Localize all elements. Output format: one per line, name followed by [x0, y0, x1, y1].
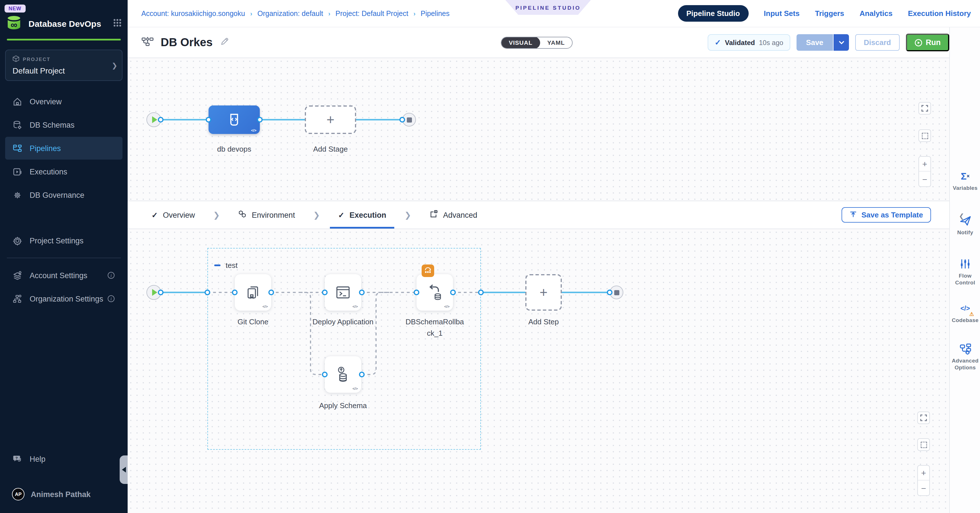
connector-dot[interactable]	[322, 372, 328, 378]
fullscreen-button[interactable]	[918, 102, 931, 115]
tab-execution[interactable]: ✓ Execution	[330, 201, 394, 229]
database-devops-logo-icon: ∞	[5, 13, 23, 34]
validated-status-badge: ✓ Validated 10s ago	[708, 34, 790, 51]
sidebar-collapse-handle[interactable]	[120, 456, 127, 484]
run-button[interactable]: Run	[906, 33, 950, 51]
step-label: Apply Schema	[312, 400, 374, 411]
save-dropdown-button[interactable]	[834, 34, 849, 51]
sidebar-item-db-governance[interactable]: DB Governance	[5, 183, 123, 206]
tool-flow-control[interactable]: Flow Control	[950, 258, 980, 286]
app-grid-icon[interactable]	[113, 18, 122, 29]
project-selector-card[interactable]: PROJECT Default Project ❯	[5, 49, 123, 81]
connector-dot[interactable]	[450, 290, 456, 295]
fullscreen-button[interactable]	[917, 411, 930, 424]
breadcrumb-project[interactable]: Project: Default Project	[336, 10, 409, 18]
user-profile[interactable]: AP Animesh Pathak	[5, 483, 123, 506]
tab-environment[interactable]: Environment	[230, 201, 303, 229]
connector-dot[interactable]	[158, 117, 164, 123]
step-node-git-clone[interactable]: </>	[235, 274, 271, 311]
connector-dot[interactable]	[607, 290, 612, 295]
info-icon[interactable]: i	[108, 295, 115, 302]
tool-variables[interactable]: Σ× Variables	[950, 170, 980, 191]
discard-button[interactable]: Discard	[855, 34, 899, 51]
zoom-out-button[interactable]: −	[918, 481, 929, 495]
breadcrumb-separator-icon: ›	[250, 10, 252, 17]
sidebar-item-project-settings[interactable]: Project Settings	[5, 229, 123, 252]
pipeline-title: DB Orkes	[161, 36, 213, 49]
breadcrumb-pipelines[interactable]: Pipelines	[421, 10, 450, 18]
breadcrumb-organization[interactable]: Organization: default	[257, 10, 323, 18]
sidebar-item-executions[interactable]: Executions	[5, 160, 123, 183]
connector-dot[interactable]	[322, 290, 328, 295]
multi-select-button[interactable]	[918, 129, 931, 142]
visual-yaml-toggle[interactable]: VISUAL YAML	[501, 37, 573, 48]
save-as-template-button[interactable]: Save as Template	[842, 207, 931, 223]
save-button[interactable]: Save	[796, 34, 834, 51]
connector-dot[interactable]	[232, 290, 238, 295]
warning-icon: ⚠	[969, 311, 974, 317]
zoom-out-button[interactable]: −	[919, 172, 931, 186]
check-icon: ✓	[715, 38, 721, 47]
toggle-visual[interactable]: VISUAL	[501, 37, 540, 48]
connector-dot[interactable]	[399, 117, 405, 123]
tool-advanced-options[interactable]: Advanced Options	[950, 343, 980, 371]
connector-dot[interactable]	[359, 290, 365, 295]
connector-dot[interactable]	[205, 290, 210, 295]
connector-dot[interactable]	[206, 117, 212, 123]
custom-stage-icon	[226, 112, 242, 128]
breadcrumb-separator-icon: ›	[328, 10, 330, 17]
sidebar-item-account-settings[interactable]: Account Settings i	[5, 264, 123, 287]
rollback-database-icon	[425, 283, 444, 302]
breadcrumb-account[interactable]: Account: kurosakiichigo.songoku	[141, 10, 245, 18]
step-node-apply-schema[interactable]: </>	[325, 356, 361, 393]
tool-codebase[interactable]: </>⚠ Codebase	[950, 302, 980, 324]
tab-input-sets[interactable]: Input Sets	[764, 9, 800, 18]
info-icon[interactable]: i	[108, 272, 115, 279]
stage-node-db-devops[interactable]: </>	[208, 105, 260, 134]
sidebar-item-pipelines[interactable]: Pipelines	[5, 137, 123, 159]
code-badge-icon: </>	[251, 128, 256, 132]
collapse-minus-icon[interactable]	[214, 264, 221, 266]
multi-select-button[interactable]	[917, 438, 930, 451]
cube-icon	[13, 54, 19, 64]
tab-advanced[interactable]: Advanced	[422, 201, 485, 229]
add-stage-node[interactable]: +	[305, 105, 356, 134]
tab-analytics[interactable]: Analytics	[859, 9, 892, 18]
toggle-yaml[interactable]: YAML	[540, 37, 572, 48]
breadcrumb-separator-icon: ›	[414, 10, 415, 17]
connector-dot[interactable]	[257, 117, 262, 123]
edit-pencil-icon[interactable]	[221, 37, 229, 48]
code-badge-icon: </>	[444, 304, 450, 308]
check-icon: ✓	[151, 210, 158, 219]
sidebar: NEW ∞ Database DevOps	[0, 0, 127, 513]
save-split-button: Save	[796, 34, 849, 51]
connector-dot[interactable]	[268, 290, 274, 295]
tab-overview[interactable]: ✓ Overview	[143, 201, 203, 229]
tool-notify[interactable]: Notify	[950, 214, 980, 236]
sidebar-item-overview[interactable]: Overview	[5, 90, 123, 113]
step-node-deploy-application[interactable]: </>	[325, 274, 361, 311]
connector-dot[interactable]	[414, 290, 419, 295]
sidebar-item-db-schemas[interactable]: DB Schemas	[5, 113, 123, 136]
layers-gear-icon	[12, 270, 22, 280]
step-node-dbschemarollback[interactable]: </>	[417, 274, 453, 311]
stage-canvas[interactable]: </> db devops + Add Stage +	[127, 58, 980, 201]
zoom-in-button[interactable]: +	[919, 157, 931, 172]
stop-icon	[614, 290, 619, 295]
code-badge-icon: </>	[352, 386, 358, 390]
tab-pipeline-studio[interactable]: Pipeline Studio	[678, 5, 748, 22]
tab-triggers[interactable]: Triggers	[815, 9, 845, 18]
zoom-in-button[interactable]: +	[918, 466, 929, 481]
connector-dot[interactable]	[359, 372, 365, 378]
add-step-node[interactable]: +	[525, 274, 562, 311]
connector-dot[interactable]	[478, 290, 484, 295]
sidebar-item-help[interactable]: ? Help	[5, 448, 123, 470]
project-name: Default Project	[13, 66, 116, 75]
database-gear-icon	[12, 120, 22, 130]
connector-dot[interactable]	[158, 290, 164, 295]
tab-execution-history[interactable]: Execution History	[908, 9, 971, 18]
step-group-header[interactable]: test	[214, 261, 238, 269]
execution-canvas[interactable]: test </> Git Clone	[127, 229, 980, 513]
avatar: AP	[12, 488, 24, 500]
sidebar-item-organization-settings[interactable]: Organization Settings i	[5, 287, 123, 310]
